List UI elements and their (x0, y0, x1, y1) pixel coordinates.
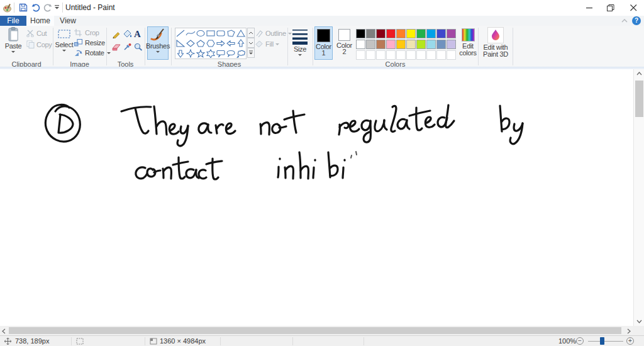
scroll-up-icon[interactable] (636, 72, 642, 75)
zoom-out-button[interactable]: − (576, 337, 584, 345)
shape-curve-icon[interactable] (186, 28, 196, 38)
shape-right-triangle-icon[interactable] (175, 38, 186, 48)
outline-button[interactable]: Outline (255, 30, 292, 37)
scroll-down-icon[interactable] (636, 320, 642, 323)
shape-pentagon-icon[interactable] (196, 38, 206, 48)
vertical-scrollbar[interactable] (633, 69, 644, 326)
paste-button[interactable]: Paste (4, 27, 23, 61)
crop-button[interactable]: Crop (74, 29, 99, 36)
eraser-tool[interactable] (112, 42, 121, 53)
palette-swatch[interactable] (356, 29, 365, 38)
restore-button[interactable] (601, 0, 620, 16)
shape-callout-rounded-icon[interactable] (216, 48, 226, 59)
color1-button[interactable]: Color 1 (314, 26, 333, 60)
palette-swatch-empty[interactable] (436, 50, 446, 60)
text-tool[interactable]: A (134, 29, 141, 40)
shape-triangle-icon[interactable] (236, 28, 246, 38)
palette-swatch[interactable] (356, 40, 365, 49)
shape-arrow-down-icon[interactable] (175, 48, 186, 59)
zoom-slider-track[interactable] (588, 341, 623, 342)
undo-icon[interactable] (31, 3, 41, 12)
redo-icon[interactable] (43, 3, 52, 12)
brushes-button[interactable]: Brushes (147, 26, 169, 60)
shape-callout-oval-icon[interactable] (226, 48, 236, 59)
shape-line-icon[interactable] (175, 28, 186, 38)
shape-arrow-up-icon[interactable] (236, 38, 246, 48)
help-icon[interactable]: ? (632, 16, 641, 25)
palette-swatch[interactable] (366, 40, 375, 49)
shape-callout-cloud-icon[interactable] (236, 48, 246, 59)
palette-swatch[interactable] (426, 29, 436, 38)
palette-swatch[interactable] (416, 29, 426, 38)
shape-rounded-rectangle-icon[interactable] (216, 28, 226, 38)
palette-swatch[interactable] (406, 29, 416, 38)
copy-button[interactable]: Copy (26, 40, 52, 48)
shape-star-4-icon[interactable] (186, 48, 196, 59)
shape-diamond-icon[interactable] (186, 38, 196, 48)
shape-polygon-icon[interactable] (226, 28, 236, 38)
horizontal-scrollbar-thumb[interactable] (9, 327, 621, 334)
palette-swatch[interactable] (436, 29, 446, 38)
save-icon[interactable] (19, 3, 28, 12)
pencil-tool[interactable] (112, 30, 121, 41)
scroll-right-icon[interactable] (627, 328, 631, 334)
cut-button[interactable]: Cut (26, 30, 47, 37)
palette-swatch[interactable] (376, 40, 386, 49)
zoom-in-button[interactable]: + (626, 337, 634, 345)
palette-swatch-empty[interactable] (396, 50, 406, 60)
palette-swatch-empty[interactable] (447, 50, 456, 60)
zoom-slider-thumb[interactable] (600, 337, 604, 345)
horizontal-scrollbar[interactable] (0, 326, 633, 335)
tab-view[interactable]: View (54, 16, 82, 26)
shape-hexagon-icon[interactable] (206, 38, 216, 48)
size-button[interactable]: Size (290, 27, 310, 61)
palette-swatch[interactable] (366, 29, 375, 38)
palette-swatch[interactable] (396, 29, 406, 38)
select-button[interactable]: Select (56, 27, 72, 61)
quick-access-dropdown-icon[interactable] (54, 5, 60, 9)
shape-arrow-right-icon[interactable] (216, 38, 226, 48)
edit-with-paint3d-button[interactable]: Edit with Paint 3D (482, 27, 509, 61)
palette-swatch-empty[interactable] (376, 50, 386, 60)
shape-ellipse-icon[interactable] (196, 28, 206, 38)
palette-swatch[interactable] (436, 40, 446, 49)
palette-swatch[interactable] (386, 40, 396, 49)
palette-swatch[interactable] (447, 40, 456, 49)
palette-swatch-empty[interactable] (386, 50, 396, 60)
palette-swatch[interactable] (396, 40, 406, 49)
rotate-button[interactable]: Rotate (74, 49, 111, 57)
scroll-left-icon[interactable] (2, 328, 6, 334)
shape-arrow-left-icon[interactable] (226, 38, 236, 48)
palette-swatch-empty[interactable] (426, 50, 436, 60)
shapes-scroll-up[interactable] (247, 28, 255, 38)
collapse-ribbon-icon[interactable] (621, 18, 628, 23)
close-button[interactable] (624, 0, 643, 16)
palette-swatch-empty[interactable] (406, 50, 416, 60)
shape-rectangle-icon[interactable] (206, 28, 216, 38)
vertical-scrollbar-thumb[interactable] (635, 81, 643, 117)
shape-star-5-icon[interactable] (196, 48, 206, 59)
palette-swatch-empty[interactable] (366, 50, 375, 60)
magnifier-tool[interactable] (134, 42, 143, 53)
drawing-canvas[interactable] (0, 69, 633, 326)
palette-swatch-empty[interactable] (416, 50, 426, 60)
fill-tool[interactable] (123, 30, 132, 41)
shapes-more-icon[interactable] (247, 48, 255, 58)
palette-swatch[interactable] (406, 40, 416, 49)
palette-swatch[interactable] (376, 29, 386, 38)
edit-colors-button[interactable]: Edit colors (458, 27, 477, 61)
palette-swatch[interactable] (426, 40, 436, 49)
palette-swatch[interactable] (386, 29, 396, 38)
color2-button[interactable]: Color 2 (335, 26, 353, 60)
color-picker-tool[interactable] (123, 42, 132, 53)
shapes-scroll-down[interactable] (247, 38, 255, 48)
minimize-button[interactable] (580, 0, 599, 16)
tab-home[interactable]: Home (26, 16, 54, 26)
fill-button[interactable]: Fill (255, 40, 279, 48)
palette-swatch[interactable] (416, 40, 426, 49)
tab-file[interactable]: File (0, 16, 26, 26)
resize-button[interactable]: Resize (74, 39, 105, 47)
palette-swatch-empty[interactable] (356, 50, 365, 60)
palette-swatch[interactable] (447, 29, 456, 38)
shape-star-6-icon[interactable] (206, 48, 216, 59)
